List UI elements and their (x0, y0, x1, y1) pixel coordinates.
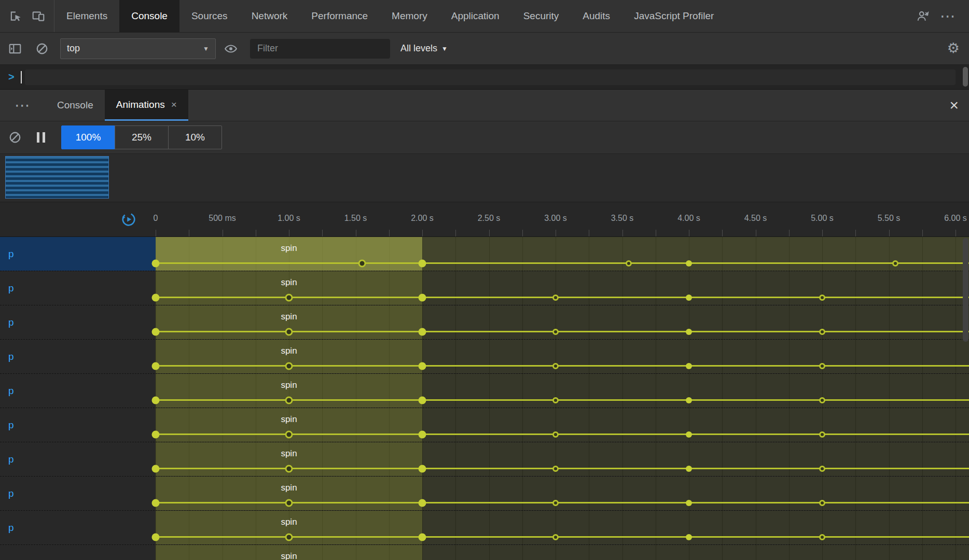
keyframe-dot[interactable] (686, 329, 692, 335)
keyframe-dot[interactable] (686, 534, 692, 540)
keyframe-dot[interactable] (819, 329, 825, 335)
keyframe-dot[interactable] (686, 295, 692, 301)
keyframe-dot[interactable] (686, 397, 692, 403)
keyframe-dot[interactable] (285, 328, 293, 335)
timeline-scrollbar-thumb[interactable] (963, 238, 968, 342)
animation-row[interactable]: pspin (0, 340, 969, 374)
keyframe-dot[interactable] (819, 397, 825, 403)
keyframe-dot[interactable] (686, 363, 692, 369)
inspect-element-icon[interactable] (4, 5, 27, 27)
row-track[interactable]: spin (156, 408, 969, 442)
animation-row[interactable]: pspin (0, 305, 969, 340)
keyframe-dot[interactable] (686, 431, 692, 438)
row-track[interactable]: spin (156, 511, 969, 544)
keyframe-dot[interactable] (152, 293, 160, 301)
keyframe-dot[interactable] (552, 295, 559, 301)
more-options-icon[interactable]: ⋯ (935, 8, 962, 24)
remote-devices-icon[interactable] (912, 5, 935, 27)
animation-row[interactable]: pspin (0, 442, 969, 477)
keyframe-dot[interactable] (152, 362, 160, 370)
animation-group-preview[interactable] (5, 156, 109, 199)
animation-row[interactable]: pspin (0, 374, 969, 408)
device-toolbar-icon[interactable] (27, 5, 50, 27)
keyframe-dot[interactable] (419, 328, 426, 335)
keyframe-dot[interactable] (552, 431, 559, 438)
keyframe-dot[interactable] (419, 533, 426, 541)
tab-javascript-profiler[interactable]: JavaScript Profiler (622, 0, 726, 32)
playback-rate-25[interactable]: 25% (115, 125, 169, 149)
row-track[interactable]: spin (156, 477, 969, 510)
animation-row[interactable]: pspin (0, 271, 969, 305)
log-levels-dropdown[interactable]: All levels ▼ (400, 43, 448, 54)
row-node-label[interactable]: p (0, 237, 156, 271)
console-input-field[interactable] (25, 69, 956, 85)
drawer-tab-console[interactable]: Console (46, 90, 105, 121)
keyframe-dot[interactable] (152, 430, 160, 438)
keyframe-dot[interactable] (419, 465, 426, 472)
keyframe-dot[interactable] (892, 260, 898, 267)
animation-row[interactable]: pspin (0, 408, 969, 442)
row-track[interactable]: spin (156, 442, 969, 476)
row-track[interactable]: spin (156, 237, 969, 271)
row-node-label[interactable]: p (0, 477, 156, 510)
console-sidebar-toggle-icon[interactable] (3, 37, 27, 61)
execution-context-selector[interactable]: top ▼ (60, 38, 216, 59)
keyframe-dot[interactable] (419, 259, 426, 267)
console-scrollbar-thumb[interactable] (963, 67, 968, 87)
keyframe-dot[interactable] (419, 499, 426, 507)
keyframe-dot[interactable] (819, 500, 825, 506)
console-prompt[interactable]: > (0, 65, 969, 90)
row-node-label[interactable]: p (0, 340, 156, 373)
keyframe-dot[interactable] (552, 466, 559, 472)
keyframe-dot[interactable] (552, 534, 559, 540)
row-track[interactable]: spin (156, 271, 969, 305)
keyframe-dot[interactable] (419, 396, 426, 404)
animation-row[interactable]: pspin (0, 237, 969, 271)
pause-all-icon[interactable] (29, 125, 53, 149)
row-node-label[interactable]: p (0, 271, 156, 305)
clear-animations-icon[interactable] (3, 125, 27, 149)
keyframe-dot[interactable] (152, 396, 160, 404)
keyframe-dot[interactable] (152, 328, 160, 335)
keyframe-dot[interactable] (152, 465, 160, 472)
keyframe-dot[interactable] (552, 397, 559, 403)
clear-console-icon[interactable] (30, 37, 54, 61)
keyframe-dot[interactable] (686, 260, 692, 267)
keyframe-dot[interactable] (152, 533, 160, 541)
row-node-label[interactable]: p (0, 545, 156, 560)
keyframe-dot[interactable] (819, 363, 825, 369)
keyframe-dot[interactable] (285, 396, 293, 404)
row-track[interactable]: spin (156, 340, 969, 373)
keyframe-dot[interactable] (552, 329, 559, 335)
keyframe-dot[interactable] (358, 259, 366, 267)
settings-gear-icon[interactable]: ⚙ (947, 41, 960, 55)
tab-audits[interactable]: Audits (571, 0, 622, 32)
close-tab-icon[interactable]: × (171, 99, 177, 110)
keyframe-dot[interactable] (419, 293, 426, 301)
keyframe-dot[interactable] (626, 260, 632, 267)
keyframe-dot[interactable] (819, 431, 825, 438)
eye-icon[interactable] (219, 37, 243, 61)
keyframe-dot[interactable] (819, 295, 825, 301)
tab-security[interactable]: Security (511, 0, 571, 32)
animation-row[interactable]: pspin (0, 545, 969, 560)
row-track[interactable]: spin (156, 305, 969, 339)
tab-application[interactable]: Application (439, 0, 511, 32)
keyframe-dot[interactable] (819, 534, 825, 540)
tab-sources[interactable]: Sources (179, 0, 240, 32)
row-node-label[interactable]: p (0, 305, 156, 339)
row-node-label[interactable]: p (0, 374, 156, 408)
drawer-close-icon[interactable]: × (939, 90, 969, 121)
row-track[interactable]: spin (156, 545, 969, 560)
keyframe-dot[interactable] (686, 500, 692, 506)
animation-row[interactable]: pspin (0, 477, 969, 511)
keyframe-dot[interactable] (419, 362, 426, 370)
row-node-label[interactable]: p (0, 511, 156, 544)
keyframe-dot[interactable] (152, 259, 160, 267)
filter-input[interactable] (250, 39, 390, 59)
tab-memory[interactable]: Memory (380, 0, 439, 32)
tab-performance[interactable]: Performance (299, 0, 380, 32)
tab-network[interactable]: Network (240, 0, 300, 32)
replay-icon[interactable] (121, 212, 136, 227)
drawer-more-icon[interactable]: ⋯ (0, 90, 46, 121)
